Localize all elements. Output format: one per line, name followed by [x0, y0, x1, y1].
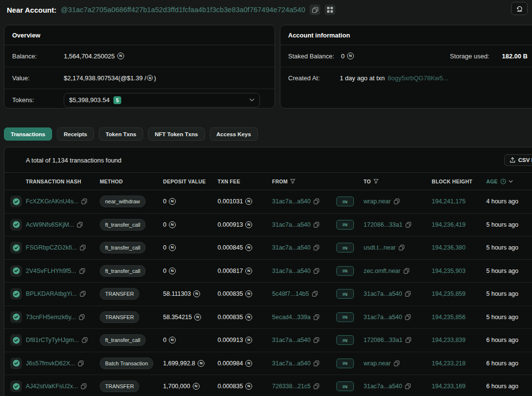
direction-badge: IN	[336, 266, 354, 276]
qr-code-button[interactable]	[325, 4, 335, 15]
block-height-link[interactable]: 194,235,856	[432, 314, 466, 321]
transaction-hash-link[interactable]: AJ42stVaKFsU2x...	[26, 383, 78, 390]
transaction-hash-link[interactable]: BPLKDARAtbgYi...	[26, 290, 77, 297]
created-txn-link[interactable]: 8ogy5xrbQG78Kw5...	[388, 74, 448, 82]
staked-balance: Staked Balance: 0	[288, 53, 354, 60]
hash-cell: BPLKDARAtbgYi...	[26, 290, 100, 297]
copy-icon[interactable]	[313, 198, 319, 204]
table-row: AJ42stVaKFsU2x... TRANSFER 1,700,000 0.0…	[4, 375, 532, 396]
copy-icon[interactable]	[404, 268, 409, 274]
block-height-link[interactable]: 194,233,839	[432, 337, 466, 343]
method-badge: ft_transfer_call	[100, 265, 146, 277]
table-row: Df81rCTyTyHJgm... ft_transfer_call 0 0.0…	[4, 329, 532, 352]
near-coin-icon	[193, 383, 200, 390]
to-address-link[interactable]: 31ac7a...a540	[364, 383, 402, 390]
to-address-link[interactable]: 31ac7a...a540	[364, 290, 402, 297]
created-at-row: Created At: 1 day ago at txn 8ogy5xrbQG7…	[280, 67, 532, 89]
copy-address-button[interactable]	[310, 4, 320, 15]
tab-receipts[interactable]: Receipts	[57, 127, 94, 141]
from-address-link[interactable]: 31ac7a...a540	[272, 268, 311, 274]
tokens-count-badge: 5	[113, 96, 121, 104]
copy-icon[interactable]	[405, 314, 411, 320]
column-age-sort[interactable]: AGE	[486, 179, 532, 184]
transaction-hash-link[interactable]: AcW9Nfs6SKjM...	[26, 221, 74, 228]
copy-icon[interactable]	[79, 314, 85, 320]
copy-icon[interactable]	[313, 360, 319, 366]
from-address-link[interactable]: 31ac7a...a540	[272, 198, 311, 205]
fee-cell: 0.000913	[218, 221, 272, 228]
copy-icon[interactable]	[80, 245, 86, 251]
tab-access-keys[interactable]: Access Keys	[210, 127, 258, 141]
to-address-link[interactable]: usdt.t...near	[364, 244, 396, 251]
copy-icon[interactable]	[82, 337, 88, 343]
hash-cell: J6s57fmvkD62X...	[26, 360, 100, 367]
block-height-link[interactable]: 194,236,380	[432, 244, 466, 251]
copy-icon[interactable]	[313, 383, 319, 389]
tab-transactions[interactable]: Transactions	[4, 127, 52, 141]
from-address-link[interactable]: 726338...21c5	[272, 383, 311, 390]
copy-icon[interactable]	[81, 198, 87, 204]
block-height-link[interactable]: 194,233,169	[432, 383, 466, 390]
age-cell: 5 hours ago	[486, 221, 532, 228]
tab-bar: Transactions Receipts Token Txns NFT Tok…	[4, 127, 532, 141]
block-height-link[interactable]: 194,241,175	[432, 198, 466, 205]
to-address-link[interactable]: 172086...33a1	[364, 221, 403, 228]
copy-icon[interactable]	[405, 383, 411, 389]
transaction-hash-link[interactable]: FSGRbpCZG2kfi...	[26, 244, 77, 251]
to-address-link[interactable]: wrap.near	[364, 198, 391, 205]
direction-cell: IN	[336, 312, 364, 322]
copy-icon[interactable]	[79, 268, 85, 274]
table-row: FcXZKGrAKnU4s... near_withdraw 0 0.00103…	[4, 190, 532, 214]
copy-icon[interactable]	[78, 360, 84, 366]
to-address-link[interactable]: 172086...33a1	[364, 337, 403, 343]
copy-icon[interactable]	[405, 337, 411, 343]
block-height-link[interactable]: 194,235,859	[432, 290, 466, 297]
from-address-link[interactable]: 5c48f7...14b5	[272, 290, 309, 297]
copy-icon[interactable]	[80, 291, 86, 297]
copy-icon[interactable]	[313, 222, 319, 228]
to-address-link[interactable]: wrap.near	[364, 360, 391, 367]
csv-export-button[interactable]: CSV Export	[504, 154, 532, 166]
transaction-hash-link[interactable]: 73cnFH5emzk6y...	[26, 314, 76, 321]
direction-badge: IN	[336, 359, 354, 368]
from-address-link[interactable]: 31ac7a...a540	[272, 244, 311, 251]
transaction-hash-link[interactable]: 2V4SvFLHYh9f5...	[26, 268, 76, 274]
copy-icon[interactable]	[405, 222, 411, 228]
deposit-cell: 0	[163, 337, 218, 343]
copy-icon[interactable]	[313, 245, 319, 251]
share-button[interactable]	[511, 2, 528, 15]
copy-icon[interactable]	[394, 360, 400, 366]
transaction-hash-link[interactable]: J6s57fmvkD62X...	[26, 360, 75, 367]
from-address-link[interactable]: 31ac7a...a540	[272, 221, 311, 228]
from-address-link[interactable]: 5ecad4...339a	[272, 314, 311, 321]
from-address-link[interactable]: 31ac7a...a540	[272, 337, 311, 343]
transaction-hash-link[interactable]: Df81rCTyTyHJgm...	[26, 337, 79, 343]
tab-nft-token-txns[interactable]: NFT Token Txns	[148, 127, 205, 141]
to-cell: 31ac7a...a540	[364, 290, 432, 297]
filter-funnel-icon[interactable]	[290, 179, 295, 184]
copy-icon[interactable]	[313, 268, 319, 274]
copy-icon[interactable]	[405, 291, 411, 297]
copy-icon[interactable]	[313, 314, 319, 320]
near-coin-icon	[245, 314, 252, 321]
copy-icon[interactable]	[77, 222, 83, 228]
block-height-link[interactable]: 194,233,218	[432, 360, 466, 367]
copy-icon[interactable]	[394, 198, 400, 204]
block-height-link[interactable]: 194,236,419	[432, 221, 466, 228]
method-cell: near_withdraw	[100, 196, 163, 207]
direction-cell: IN	[336, 266, 364, 276]
copy-icon[interactable]	[81, 383, 87, 389]
copy-icon[interactable]	[399, 245, 404, 251]
to-address-link[interactable]: 31ac7a...a540	[364, 314, 402, 321]
filter-funnel-icon[interactable]	[373, 179, 379, 184]
copy-icon[interactable]	[312, 291, 318, 297]
transactions-summary-bar: A total of 1,134 transactions found CSV …	[4, 147, 532, 172]
block-height-link[interactable]: 194,235,903	[432, 268, 466, 274]
transaction-hash-link[interactable]: FcXZKGrAKnU4s...	[26, 198, 78, 205]
from-address-link[interactable]: 31ac7a...a540	[272, 360, 311, 367]
to-address-link[interactable]: zec.omft.near	[364, 268, 401, 274]
tokens-dropdown[interactable]: $5,398,903.54 5	[64, 93, 260, 108]
copy-icon[interactable]	[313, 337, 319, 343]
direction-badge: IN	[336, 335, 354, 345]
tab-token-txns[interactable]: Token Txns	[99, 127, 143, 141]
